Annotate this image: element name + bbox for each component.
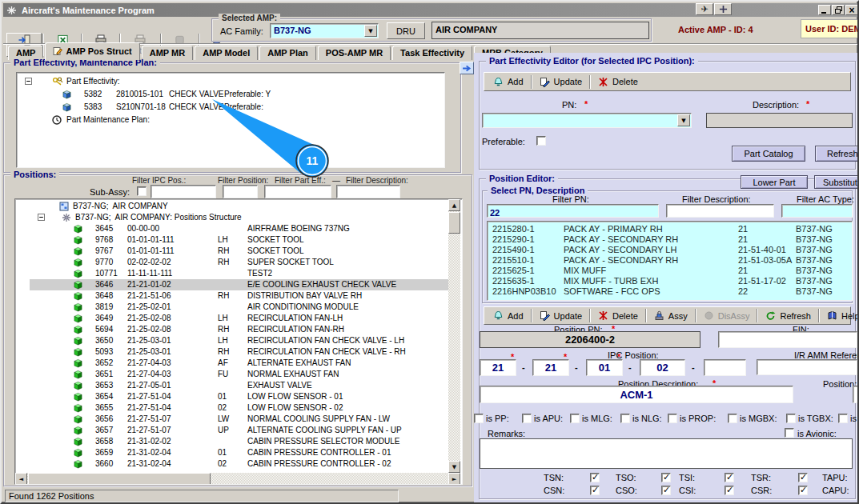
positions-hscrollbar[interactable]: ◄ ► — [15, 473, 460, 485]
minimize-button[interactable] — [818, 5, 831, 15]
scroll-left-icon[interactable]: ◄ — [15, 473, 27, 485]
flag-checkbox[interactable] — [668, 414, 677, 423]
positions-row[interactable]: 365821-31-02-02CABIN PRESSURE SELECTOR M… — [30, 436, 460, 447]
add-button[interactable]: Add — [488, 308, 529, 323]
cycle-flag-checkbox[interactable] — [590, 486, 600, 495]
positions-row[interactable]: 365721-27-51-07UPALTERNATE COOLING SUPPL… — [30, 425, 460, 436]
cycle-flag-checkbox[interactable] — [725, 486, 734, 495]
scroll-right-icon[interactable]: ► — [448, 473, 460, 485]
positions-row[interactable]: 365521-27-51-0402LOW FLOW SENSOR - 02 — [30, 402, 460, 414]
time-flag-checkbox[interactable] — [725, 473, 734, 482]
pn-list-row[interactable]: 2215510-1PACK AY - SECONDARY RH21-51-03-… — [488, 255, 852, 266]
sub-assy-checkbox[interactable] — [137, 186, 147, 196]
assy-button[interactable]: Assy — [648, 308, 693, 323]
positions-row[interactable]: 365221-27-04-03AFALTERNATE EXHAUST FAN — [30, 358, 460, 369]
positions-row[interactable]: 509321-25-03-01RHRECIRCULATION FAN CHECK… — [30, 346, 460, 358]
update-button[interactable]: Update — [534, 308, 588, 323]
delete-button[interactable]: Delete — [592, 308, 644, 323]
tree-row[interactable]: Part Maintenance Plan: — [17, 114, 444, 127]
pn-list-row[interactable]: 2215290-1PACK AY - SECONDARY RH21B737-NG — [488, 234, 852, 246]
positions-root-structure-row[interactable]: B737-NG; AIR COMPANY: Positions Structur… — [30, 212, 460, 223]
positions-row[interactable]: 366021-31-02-0402CABIN PRESSURE CONTROLL… — [30, 458, 460, 470]
pn-list-row[interactable]: 2215625-1MIX MUFF21B737-NG — [488, 266, 852, 277]
positions-row[interactable]: 365021-25-03-01LHRECIRCULATION FAN CHECK… — [30, 335, 460, 346]
flag-checkbox[interactable] — [786, 414, 796, 423]
remarks-textarea[interactable] — [480, 438, 853, 469]
filter-description-input[interactable] — [336, 185, 400, 198]
scroll-down-icon[interactable]: ▼ — [448, 461, 460, 473]
pn-combo[interactable]: ▼ — [482, 113, 692, 128]
dru-button[interactable]: DRU — [387, 22, 425, 39]
part-effectivity-row[interactable]: 5383S210N701-18CHECK VALVEPreferable: — [17, 102, 444, 114]
part-effectivity-tree[interactable]: Part Effectivity:53822810015-101CHECK VA… — [16, 72, 445, 168]
tab-task-effectivity[interactable]: Task Effectivity — [392, 46, 472, 60]
positions-row[interactable]: 976701-01-01-111RHSOCKET TOOL — [30, 246, 460, 257]
positions-root-company-row[interactable]: B737-NG; AIR COMPANY — [30, 201, 460, 212]
pn-list-row[interactable]: 2216HNP03B10SOFTWARE - FCC OPS22B737-NG — [488, 286, 852, 298]
ipc-segment-2[interactable]: 21 — [532, 359, 569, 376]
flag-checkbox[interactable] — [522, 414, 532, 423]
chevron-down-icon[interactable]: ▼ — [364, 25, 377, 37]
help-button[interactable]: Help — [821, 308, 859, 323]
positions-row[interactable]: 569421-25-02-08RHRECIRCULATION FAN-RH — [30, 324, 460, 335]
tab-amp-model[interactable]: AMP Model — [195, 46, 258, 60]
restore-button[interactable] — [832, 5, 845, 15]
time-flag-checkbox[interactable] — [798, 473, 808, 482]
cycle-flag-checkbox[interactable] — [661, 486, 671, 495]
positions-vscrollbar[interactable]: ▲ ▼ — [448, 199, 460, 473]
position-description-field[interactable]: ACM-1 — [480, 386, 793, 403]
flag-checkbox[interactable] — [474, 414, 484, 423]
collapse-panel-button[interactable] — [460, 62, 474, 74]
positions-row[interactable]: 365921-31-02-0401CABIN PRESSURE CONTROLL… — [30, 447, 460, 458]
pn-list-row[interactable]: 2215635-1MIX MUFF - TURB EXH21-51-17-02B… — [488, 276, 852, 287]
expand-collapse-icon[interactable] — [25, 78, 32, 86]
amm-reference-input[interactable] — [757, 359, 857, 375]
filter-ipc-pos-input[interactable] — [151, 185, 216, 198]
pn-list-row[interactable]: 2215490-1PACK AY - SECONDARY LH21-51-40-… — [488, 245, 852, 256]
part-catalog-button[interactable]: Part Catalog — [732, 146, 805, 162]
tab-amp-plan[interactable]: AMP Plan — [259, 46, 316, 60]
refresh-button[interactable]: Refresh — [760, 308, 817, 323]
time-flag-checkbox[interactable] — [661, 473, 671, 482]
filter-part-eff-input[interactable] — [264, 185, 331, 198]
filter-pn-input[interactable] — [487, 204, 659, 218]
ipc-segment-4[interactable]: 02 — [640, 359, 685, 376]
aircraft-tool-button[interactable]: ✈ — [696, 3, 713, 15]
fin-input[interactable] — [718, 331, 857, 348]
filter-position-input[interactable] — [223, 185, 258, 198]
chevron-down-icon[interactable]: ▼ — [677, 114, 690, 126]
ipc-segment-5[interactable] — [704, 359, 746, 376]
ipc-segment-1[interactable]: 21 — [480, 359, 516, 376]
flag-checkbox[interactable] — [838, 414, 848, 423]
time-flag-checkbox[interactable] — [590, 473, 600, 482]
cycle-flag-checkbox[interactable] — [798, 486, 808, 495]
flag-checkbox[interactable] — [728, 414, 737, 423]
pn-result-list[interactable]: 2215280-1PACK AY - PRIMARY RH21B737-NG22… — [487, 221, 853, 301]
close-window-button[interactable]: × — [845, 5, 858, 15]
position-input[interactable] — [853, 386, 859, 403]
ipc-segment-3[interactable]: 01 — [586, 359, 623, 376]
tab-pos-amp-mr[interactable]: POS-AMP MR — [318, 46, 391, 60]
preferable-checkbox[interactable] — [536, 136, 546, 146]
positions-row[interactable]: 381921-25-02-01AIR CONDITIONING MODULE — [30, 302, 460, 313]
flag-checkbox[interactable] — [570, 414, 580, 423]
crosshair-tool-button[interactable] — [714, 3, 732, 15]
positions-row[interactable]: 364921-25-02-08LHRECIRCULATION FAN-LH — [30, 313, 460, 324]
positions-row[interactable]: 365421-27-51-0401LOW FLOW SENSOR - 01 — [30, 391, 460, 402]
positions-row[interactable]: 365321-27-05-01EXHAUST VALVE — [30, 380, 460, 391]
hscroll-thumb[interactable] — [28, 473, 211, 485]
positions-row[interactable]: 976801-01-01-111LHSOCKET TOOL — [30, 234, 460, 246]
filter-description2-input[interactable] — [666, 204, 774, 218]
positions-row[interactable]: 364821-21-51-06RHDISTRIBUTION BAY VALVE … — [30, 290, 460, 302]
tree-row[interactable]: Part Effectivity: — [17, 76, 444, 89]
positions-row[interactable]: 365621-27-51-07LWNORMAL COOLING SUPPLY F… — [30, 414, 460, 425]
pn-list-row[interactable]: 2215280-1PACK AY - PRIMARY RH21B737-NG — [488, 224, 852, 235]
positions-row[interactable]: 1077111-11-11-111TEST2 — [30, 268, 460, 279]
filter-ac-type-input[interactable] — [781, 204, 853, 218]
refresh-ipc-button[interactable]: Refresh I — [815, 146, 859, 162]
vscroll-thumb[interactable] — [448, 212, 460, 234]
update-button[interactable]: Update — [534, 74, 588, 90]
is-avionic-checkbox[interactable] — [785, 428, 794, 438]
positions-list[interactable]: B737-NG; AIR COMPANYB737-NG; AIR COMPANY… — [14, 198, 463, 485]
ac-family-combo[interactable]: B737-NG ▼ — [270, 23, 379, 38]
